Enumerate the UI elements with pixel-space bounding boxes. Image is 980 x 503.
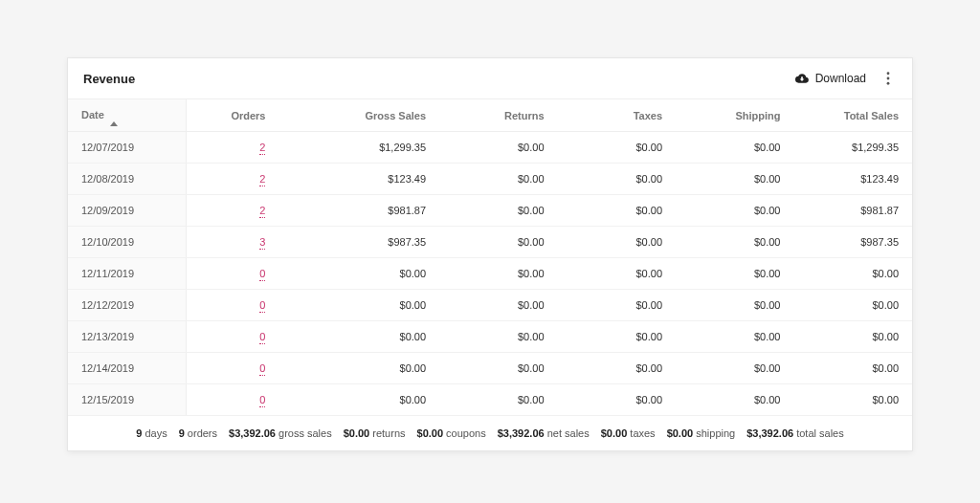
column-header-total-sales[interactable]: Total Sales: [793, 99, 912, 132]
cell-total-sales: $123.49: [793, 164, 912, 195]
cell-returns: $0.00: [439, 164, 557, 195]
svg-point-1: [887, 77, 890, 80]
summary-item: $0.00 returns: [344, 427, 406, 439]
cell-date: 12/09/2019: [68, 195, 186, 227]
orders-link[interactable]: 0: [259, 268, 265, 281]
cell-date: 12/13/2019: [68, 321, 186, 353]
cell-gross-sales: $0.00: [278, 384, 439, 416]
cell-shipping: $0.00: [676, 290, 793, 321]
orders-link[interactable]: 0: [259, 331, 265, 344]
cell-returns: $0.00: [439, 290, 557, 321]
cell-date: 12/07/2019: [68, 132, 186, 164]
cell-shipping: $0.00: [676, 258, 793, 290]
cell-taxes: $0.00: [558, 321, 676, 353]
table-row: 12/08/20192$123.49$0.00$0.00$0.00$123.49: [68, 164, 912, 195]
table-row: 12/13/20190$0.00$0.00$0.00$0.00$0.00: [68, 321, 912, 353]
cell-shipping: $0.00: [676, 321, 793, 353]
more-options-button[interactable]: [880, 70, 897, 87]
orders-link[interactable]: 0: [259, 299, 265, 313]
orders-link[interactable]: 2: [259, 205, 265, 218]
table-row: 12/09/20192$981.87$0.00$0.00$0.00$981.87: [68, 195, 912, 227]
cell-returns: $0.00: [439, 258, 557, 290]
revenue-table: Date Orders Gross Sales Returns Taxes Sh…: [68, 99, 912, 450]
cell-returns: $0.00: [439, 321, 557, 353]
column-header-gross-sales[interactable]: Gross Sales: [278, 99, 439, 132]
cell-total-sales: $1,299.35: [793, 132, 912, 164]
cell-taxes: $0.00: [558, 227, 676, 258]
cell-returns: $0.00: [439, 132, 557, 164]
cell-shipping: $0.00: [676, 384, 793, 416]
cell-date: 12/15/2019: [68, 384, 186, 416]
cell-date: 12/10/2019: [68, 227, 186, 258]
table-row: 12/14/20190$0.00$0.00$0.00$0.00$0.00: [68, 353, 912, 384]
download-label: Download: [815, 72, 866, 85]
cell-gross-sales: $1,299.35: [278, 132, 439, 164]
orders-link[interactable]: 0: [259, 394, 265, 407]
cell-returns: $0.00: [439, 227, 557, 258]
cell-shipping: $0.00: [676, 227, 793, 258]
cell-taxes: $0.00: [558, 258, 676, 290]
cell-date: 12/12/2019: [68, 290, 186, 321]
revenue-card: Revenue Download: [67, 57, 913, 451]
cloud-download-icon: [794, 72, 810, 85]
summary-item: $3,392.06 net sales: [498, 427, 590, 439]
card-header: Revenue Download: [68, 58, 912, 99]
table-row: 12/07/20192$1,299.35$0.00$0.00$0.00$1,29…: [68, 132, 912, 164]
cell-date: 12/11/2019: [68, 258, 186, 290]
cell-orders: 2: [186, 164, 278, 195]
cell-total-sales: $0.00: [793, 384, 912, 416]
cell-orders: 0: [186, 353, 278, 384]
orders-link[interactable]: 2: [259, 142, 265, 155]
column-header-label: Date: [81, 109, 104, 120]
cell-total-sales: $0.00: [793, 258, 912, 290]
header-actions: Download: [794, 70, 897, 87]
svg-point-2: [887, 82, 890, 85]
cell-gross-sales: $987.35: [278, 227, 439, 258]
cell-date: 12/08/2019: [68, 164, 186, 195]
cell-orders: 0: [186, 384, 278, 416]
orders-link[interactable]: 3: [259, 236, 265, 250]
cell-taxes: $0.00: [558, 290, 676, 321]
cell-date: 12/14/2019: [68, 353, 186, 384]
column-header-orders[interactable]: Orders: [186, 99, 278, 132]
sort-ascending-icon: [110, 110, 118, 121]
svg-point-0: [887, 72, 890, 75]
cell-shipping: $0.00: [676, 132, 793, 164]
download-button[interactable]: Download: [794, 72, 866, 85]
cell-orders: 0: [186, 321, 278, 353]
cell-gross-sales: $0.00: [278, 321, 439, 353]
summary-item: 9 days: [136, 427, 167, 439]
cell-shipping: $0.00: [676, 164, 793, 195]
column-header-date[interactable]: Date: [68, 99, 186, 132]
table-row: 12/12/20190$0.00$0.00$0.00$0.00$0.00: [68, 290, 912, 321]
cell-gross-sales: $981.87: [278, 195, 439, 227]
summary-item: $3,392.06 gross sales: [229, 427, 332, 439]
column-header-returns[interactable]: Returns: [439, 99, 557, 132]
table-row: 12/15/20190$0.00$0.00$0.00$0.00$0.00: [68, 384, 912, 416]
card-title: Revenue: [83, 72, 135, 86]
cell-total-sales: $981.87: [793, 195, 912, 227]
summary-item: $0.00 shipping: [667, 427, 736, 439]
summary-item: $3,392.06 total sales: [746, 427, 844, 439]
cell-taxes: $0.00: [558, 384, 676, 416]
more-vertical-icon: [886, 72, 890, 85]
cell-returns: $0.00: [439, 384, 557, 416]
column-header-taxes[interactable]: Taxes: [558, 99, 676, 132]
cell-shipping: $0.00: [676, 353, 793, 384]
cell-gross-sales: $0.00: [278, 353, 439, 384]
table-row: 12/10/20193$987.35$0.00$0.00$0.00$987.35: [68, 227, 912, 258]
summary-item: $0.00 coupons: [417, 427, 486, 439]
cell-total-sales: $0.00: [793, 290, 912, 321]
cell-returns: $0.00: [439, 353, 557, 384]
cell-gross-sales: $0.00: [278, 258, 439, 290]
orders-link[interactable]: 2: [259, 173, 265, 186]
cell-orders: 0: [186, 258, 278, 290]
cell-taxes: $0.00: [558, 195, 676, 227]
cell-shipping: $0.00: [676, 195, 793, 227]
column-header-shipping[interactable]: Shipping: [676, 99, 793, 132]
cell-total-sales: $0.00: [793, 353, 912, 384]
summary-item: $0.00 taxes: [601, 427, 656, 439]
orders-link[interactable]: 0: [259, 362, 265, 376]
cell-total-sales: $987.35: [793, 227, 912, 258]
cell-orders: 0: [186, 290, 278, 321]
